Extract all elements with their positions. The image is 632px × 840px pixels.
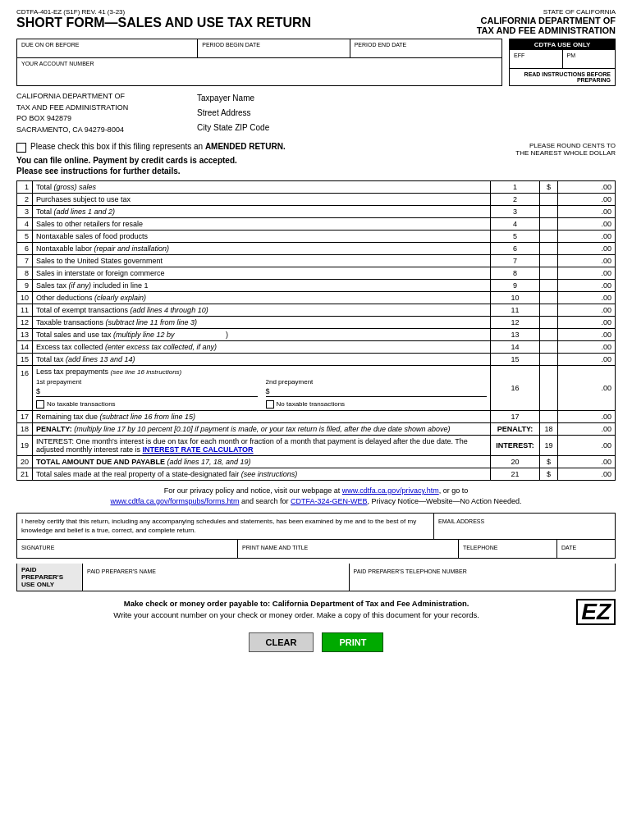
bottom-note-line1: Make check or money order payable to: Ca… (124, 599, 469, 608)
taxpayer-address: Street Address (197, 106, 616, 121)
line-19-row: 19 INTEREST: One month's interest is due… (17, 436, 616, 456)
prepay1-amount[interactable]: $ (36, 387, 258, 397)
form-id: CDTFA-401-EZ (S1F) REV. 41 (3-23) (16, 8, 311, 16)
period-end-field[interactable]: PERIOD END DATE (350, 39, 501, 57)
line-16-row: 16 Less tax prepayments (see line 16 ins… (17, 366, 616, 411)
dept-name-line1: CALIFORNIA DEPARTMENT OF (477, 16, 616, 25)
no-taxable1-label: No taxable transactions (47, 400, 116, 408)
dept-addr-line1: CALIFORNIA DEPARTMENT OF (16, 91, 181, 103)
privacy-link1[interactable]: www.cdtfa.ca.gov/privacy.htm (342, 486, 439, 495)
prepay1-label: 1st prepayment (36, 378, 258, 386)
line-4-row: 4 Sales to other retailers for resale 4 … (17, 218, 616, 231)
privacy-section: For our privacy policy and notice, visit… (16, 486, 616, 506)
line-21-row: 21 Total sales made at the real property… (17, 468, 616, 481)
form-title: SHORT FORM—SALES AND USE TAX RETURN (16, 16, 311, 30)
privacy-link2[interactable]: www.cdtfa.ca.gov/formspubs/forms.htm (110, 497, 239, 505)
preparer-name-field[interactable]: PAID PREPARER'S NAME (83, 564, 350, 591)
period-begin-field[interactable]: PERIOD BEGIN DATE (198, 39, 350, 57)
taxpayer-city-state-zip: City State ZIP Code (197, 121, 616, 135)
account-number-field[interactable]: YOUR ACCOUNT NUMBER (17, 58, 501, 76)
see-instructions-text: Please see instructions for further deta… (16, 167, 286, 176)
certification-text: I hereby certify that this return, inclu… (17, 514, 434, 538)
line-7-row: 7 Sales to the United States government … (17, 255, 616, 267)
print-name-field[interactable]: PRINT NAME AND TITLE (238, 540, 459, 558)
line-8-row: 8 Sales in interstate or foreign commerc… (17, 267, 616, 280)
telephone-field[interactable]: TELEPHONE (459, 540, 557, 558)
round-note: PLEASE ROUND CENTS TO THE NEAREST WHOLE … (515, 142, 616, 176)
line-3-row: 3 Total (add lines 1 and 2) 3 .00 (17, 206, 616, 218)
amended-return-checkbox[interactable] (16, 143, 26, 153)
cdtfa-use-only-title: CDTFA USE ONLY (510, 39, 615, 50)
line-5-row: 5 Nontaxable sales of food products 5 .0… (17, 231, 616, 243)
line-11-row: 11 Total of exempt transactions (add lin… (17, 304, 616, 317)
line-1-dollar: $ (540, 181, 558, 194)
bottom-note-line2: Write your account number on your check … (16, 609, 576, 621)
state-name: STATE OF CALIFORNIA (477, 8, 616, 16)
dept-name-line2: TAX AND FEE ADMINISTRATION (477, 25, 616, 35)
taxpayer-name: Taxpayer Name (197, 91, 616, 106)
clear-button[interactable]: CLEAR (249, 632, 314, 652)
line-15-row: 15 Total tax (add lines 13 and 14) 15 .0… (17, 354, 616, 366)
line-9-row: 9 Sales tax (if any) included in line 1 … (17, 280, 616, 292)
no-taxable2-label: No taxable transactions (277, 400, 346, 408)
payment-text: You can file online. Payment by credit c… (16, 156, 286, 165)
line-17-row: 17 Remaining tax due (subtract line 16 f… (17, 411, 616, 423)
line-20-row: 20 TOTAL AMOUNT DUE AND PAYABLE (add lin… (17, 456, 616, 468)
cdtfa-pm-field: PM (563, 50, 616, 68)
prepay2-amount[interactable]: $ (266, 387, 488, 397)
ez-badge: EZ (576, 599, 616, 625)
line-13-row: 13 Total sales and use tax (multiply lin… (17, 329, 616, 341)
privacy-link3[interactable]: CDTFA-324-GEN-WEB (291, 497, 368, 505)
date-field[interactable]: DATE (557, 540, 615, 558)
read-instructions-label: READ INSTRUCTIONS BEFORE PREPARING (510, 69, 615, 85)
line-1-desc: Total (gross) sales (33, 181, 491, 194)
no-taxable2-checkbox[interactable] (266, 400, 274, 409)
cdtfa-eff-field: EFF (510, 50, 563, 68)
prepay2-label: 2nd prepayment (266, 378, 488, 386)
amended-text: Please check this box if this filing rep… (30, 142, 286, 151)
dept-addr-line3: PO BOX 942879 (16, 113, 181, 125)
line-6-row: 6 Nontaxable labor (repair and installat… (17, 243, 616, 255)
line-1-amount[interactable]: .00 (558, 181, 616, 194)
preparer-use-only-label: PAID PREPARER'S USE ONLY (17, 564, 83, 591)
print-button[interactable]: PRINT (322, 632, 383, 652)
interest-label: INTEREST: (491, 436, 540, 456)
interest-rate-link[interactable]: INTEREST RATE CALCULATOR (143, 445, 254, 454)
no-taxable1-checkbox[interactable] (36, 400, 44, 409)
penalty-label: PENALTY: (491, 423, 540, 436)
line-18-row: 18 PENALTY: (multiply line 17 by 10 perc… (17, 423, 616, 436)
line-2-row: 2 Purchases subject to use tax 2 .00 (17, 194, 616, 206)
line-1-linenum: 1 (491, 181, 540, 194)
email-address-field[interactable]: EMAIL ADDRESS (434, 514, 615, 538)
line-12-row: 12 Taxable transactions (subtract line 1… (17, 317, 616, 329)
line-14-row: 14 Excess tax collected (enter excess ta… (17, 341, 616, 354)
dept-addr-line4: SACRAMENTO, CA 94279-8004 (16, 125, 181, 136)
signature-field[interactable]: SIGNATURE (17, 540, 238, 558)
line-1-num: 1 (17, 181, 33, 194)
line-1-row: 1 Total (gross) sales 1 $ .00 (17, 181, 616, 194)
line-10-row: 10 Other deductions (clearly explain) 10… (17, 292, 616, 304)
dept-addr-line2: TAX AND FEE ADMINISTRATION (16, 103, 181, 114)
due-on-before-field[interactable]: DUE ON OR BEFORE (17, 39, 198, 57)
preparer-telephone-field[interactable]: PAID PREPARER'S TELEPHONE NUMBER (350, 564, 616, 591)
